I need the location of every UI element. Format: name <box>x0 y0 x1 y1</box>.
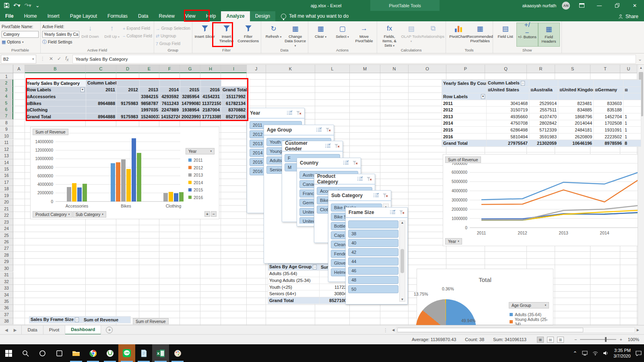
row-header-33[interactable]: 33 <box>0 285 13 291</box>
column-header-A[interactable]: A <box>13 65 25 73</box>
column-header-G[interactable]: G <box>180 65 200 73</box>
tab-design[interactable]: Design <box>250 11 275 21</box>
select-button[interactable]: ▢Select ▾ <box>332 23 353 47</box>
slicer-scrollbar[interactable]: ▲▼ <box>399 220 405 302</box>
row-header-36[interactable]: 36 <box>0 305 13 311</box>
chart-zoom-buttons[interactable]: +− <box>204 211 217 217</box>
taskbar-paint-icon[interactable] <box>169 344 186 362</box>
slicer-scroll-down-icon[interactable]: ▼ <box>401 298 404 301</box>
tab-analyze[interactable]: Analyze <box>221 11 250 21</box>
zoom-in-icon[interactable]: + <box>619 337 622 342</box>
sheet-tab-pivot[interactable]: Pivot <box>43 325 66 335</box>
tab-help[interactable]: Help <box>201 11 221 21</box>
page-layout-view-icon[interactable]: ▤ <box>547 337 554 343</box>
active-field-input[interactable]: Yearly Sales By Ca <box>42 31 79 38</box>
tab-review[interactable]: Review <box>153 11 180 21</box>
buttons-button[interactable]: +/−+/- Buttons <box>516 23 538 47</box>
column-header-U[interactable]: U <box>620 65 637 73</box>
column-header-O[interactable]: O <box>409 65 446 73</box>
hscroll-right-icon[interactable]: ▶ <box>635 328 641 332</box>
slicer-item-50[interactable]: 50 <box>348 285 398 293</box>
tab-formulas[interactable]: Formulas <box>102 11 133 21</box>
options-button[interactable]: ▦Options ▾ <box>2 39 39 45</box>
line-chart[interactable]: 7000000600000050000004000000300000020000… <box>443 154 638 246</box>
taskbar-start-icon[interactable] <box>0 344 17 362</box>
row-header-25[interactable]: 25 <box>0 232 13 239</box>
multi-select-icon[interactable] <box>343 160 349 165</box>
pivottable-name-input[interactable]: Category <box>2 31 39 38</box>
column-header-B[interactable]: B <box>25 65 86 73</box>
taskbar-clock[interactable]: 3:35 PM 3/7/2020 <box>613 348 631 359</box>
undo-icon[interactable]: ↶▾ <box>13 2 20 8</box>
column-header-C[interactable]: C <box>86 65 116 73</box>
year-legend-field-button[interactable]: Year▾ <box>186 148 215 154</box>
hscroll-thumb[interactable] <box>397 328 583 332</box>
column-header-F[interactable]: F <box>159 65 180 73</box>
insert-timeline-button[interactable]: Insert Timeline <box>216 23 237 47</box>
refresh-button[interactable]: ↻Refresh ▾ <box>263 23 285 47</box>
row-header-7[interactable]: 7 <box>0 113 13 119</box>
taskbar-search-icon[interactable] <box>17 344 34 362</box>
tab-insert[interactable]: Insert <box>42 11 65 21</box>
formula-bar-expand-icon[interactable]: ⌄ <box>636 56 644 62</box>
new-sheet-button[interactable]: + <box>106 327 113 333</box>
name-box[interactable]: B2▾ <box>1 55 36 64</box>
row-header-6[interactable]: 6 <box>0 106 13 113</box>
row-header-17[interactable]: 17 <box>0 179 13 185</box>
row-header-28[interactable]: 28 <box>0 252 13 258</box>
restore-button[interactable] <box>611 0 623 11</box>
row-header-22[interactable]: 22 <box>0 212 13 218</box>
tell-me-box[interactable]: Tell me what you want to do <box>281 13 349 21</box>
sum-of-revenue-field-button-2[interactable]: Sum of Revenue <box>445 156 481 163</box>
share-button[interactable]: Share <box>618 14 638 19</box>
column-header-T[interactable]: T <box>590 65 620 73</box>
column-header-E[interactable]: E <box>139 65 159 73</box>
row-header-21[interactable]: 21 <box>0 206 13 212</box>
recommended-pivottables-button[interactable]: ▦Recommended PivotTables <box>469 23 491 47</box>
pivot-table-category[interactable]: Yearly Sales By CategoryColumn Labels ▾R… <box>25 80 247 120</box>
collapse-chart-icon[interactable]: − <box>211 211 217 217</box>
horizontal-scrollbar[interactable]: ⋮ ◀ ▶ <box>383 327 641 333</box>
taskbar-line-icon[interactable]: LINE <box>118 344 135 362</box>
tab-home[interactable]: Home <box>19 11 42 21</box>
row-header-35[interactable]: 35 <box>0 298 13 304</box>
column-header-S[interactable]: S <box>555 65 590 73</box>
clear-filter-icon[interactable] <box>296 111 301 115</box>
multi-select-icon[interactable] <box>287 111 293 115</box>
row-header-4[interactable]: 4 <box>0 93 13 99</box>
multi-select-icon[interactable] <box>357 177 363 181</box>
row-header-32[interactable]: 32 <box>0 278 13 285</box>
slicer-scroll-thumb[interactable] <box>400 249 404 273</box>
column-header-N[interactable]: N <box>380 65 409 73</box>
row-header-5[interactable]: 5 <box>0 100 13 106</box>
multi-select-icon[interactable] <box>316 128 322 132</box>
action-center-icon[interactable] <box>636 351 642 356</box>
tab-page-layout[interactable]: Page Layout <box>65 11 102 21</box>
slicer-item-44[interactable]: 44 <box>348 257 398 265</box>
column-header-Q[interactable]: Q <box>485 65 527 73</box>
row-header-12[interactable]: 12 <box>0 146 13 152</box>
tray-network-icon[interactable] <box>592 351 598 356</box>
formula-input[interactable]: Yearly Sales By Category <box>72 55 636 64</box>
slicer-item-48[interactable]: 48 <box>348 276 398 284</box>
sheet-nav-left-icon[interactable]: ◀ <box>5 328 8 332</box>
row-header-11[interactable]: 11 <box>0 140 13 146</box>
pivotchart-button[interactable]: PivotChart <box>448 23 469 47</box>
user-name[interactable]: akaasyah nurfath <box>522 3 556 8</box>
enter-icon[interactable]: ✓ <box>57 56 61 62</box>
zoom-level[interactable]: 100% <box>628 337 639 342</box>
tray-volume-icon[interactable] <box>603 351 609 356</box>
tab-data[interactable]: Data <box>133 11 153 21</box>
slicer-item[interactable] <box>348 220 398 228</box>
field-settings-button[interactable]: ⓘField Settings <box>42 39 79 45</box>
column-header-J[interactable]: J <box>247 65 266 73</box>
zoom-slider[interactable] <box>580 339 616 340</box>
multi-select-icon[interactable] <box>325 144 331 148</box>
row-header-20[interactable]: 20 <box>0 199 13 206</box>
row-header-8[interactable]: 8 <box>0 119 13 126</box>
row-header-38[interactable]: 38 <box>0 318 13 325</box>
move-pivottable-button[interactable]: →Move PivotTable <box>353 23 375 47</box>
column-header-L[interactable]: L <box>315 65 350 73</box>
year-axis-field-button[interactable]: Year ▾ <box>445 238 462 245</box>
page-break-view-icon[interactable]: ▥ <box>557 337 564 343</box>
